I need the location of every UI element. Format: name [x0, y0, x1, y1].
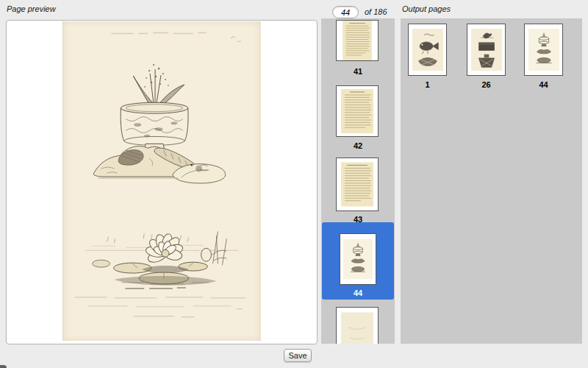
blank-page-art — [341, 308, 373, 344]
output-pages-label: Output pages — [402, 4, 451, 13]
illustration-page-art — [343, 234, 373, 284]
text-page-art — [341, 21, 373, 60]
output-thumbnail-page-1[interactable] — [408, 24, 447, 76]
page-preview-label: Page preview — [7, 4, 56, 13]
thumbnail-page-45[interactable] — [336, 307, 379, 344]
desktop-corner-artifact — [0, 365, 7, 368]
output-label-26: 26 — [467, 80, 506, 89]
illustration-page-art — [528, 24, 559, 75]
text-page-art — [341, 158, 373, 210]
page-total-label: of 186 — [365, 7, 387, 16]
thumbnail-page-43[interactable] — [336, 158, 379, 211]
thumbnail-page-41[interactable] — [336, 20, 379, 61]
output-pages-panel: 1 26 — [401, 18, 582, 344]
thumbnail-label-41: 41 — [321, 67, 395, 76]
bird-box-page-art — [471, 24, 502, 75]
output-label-44: 44 — [524, 80, 563, 89]
page-illustration — [63, 21, 260, 341]
page-export-window: Page preview — [0, 0, 588, 368]
output-thumbnail-page-44[interactable] — [524, 24, 563, 76]
text-page-art — [341, 86, 373, 136]
save-button[interactable]: Save — [284, 349, 312, 362]
fish-page-art — [412, 24, 443, 75]
page-preview-image — [62, 21, 261, 341]
page-number-input[interactable] — [332, 6, 359, 18]
output-label-1: 1 — [408, 80, 447, 89]
thumbnail-label-44: 44 — [321, 289, 395, 297]
output-thumbnail-page-26[interactable] — [467, 24, 506, 76]
page-preview-panel — [6, 20, 318, 344]
thumbnail-page-44[interactable] — [340, 233, 376, 285]
page-thumbnail-strip[interactable]: 41 42 43 — [321, 18, 395, 344]
thumbnail-label-42: 42 — [321, 141, 395, 150]
thumbnail-page-42[interactable] — [336, 85, 379, 137]
